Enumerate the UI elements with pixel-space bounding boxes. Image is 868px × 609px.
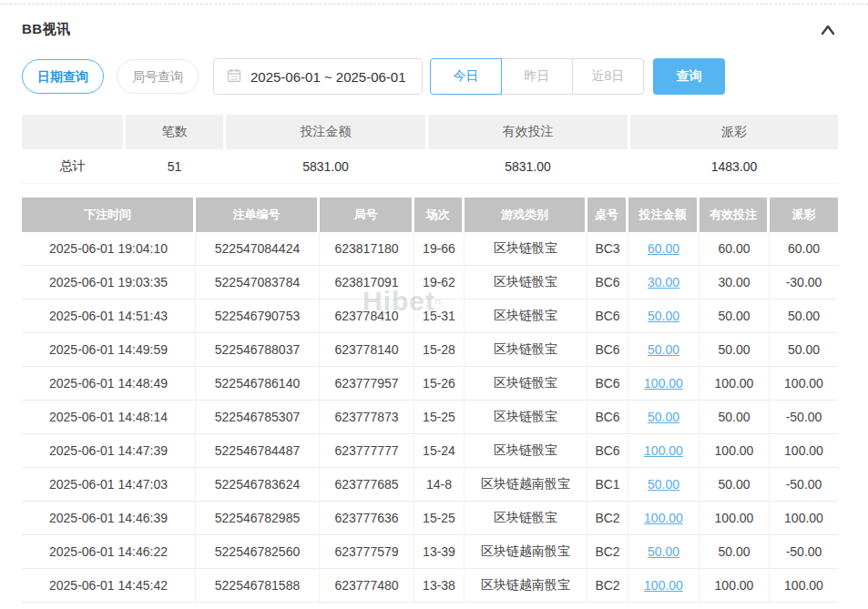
quick-range-yesterday[interactable]: 昨日 [501,58,573,95]
quick-range-today[interactable]: 今日 [430,58,502,95]
date-range-input[interactable]: 2025-06-01 ~ 2025-06-01 [213,58,423,95]
search-button[interactable]: 查询 [653,58,725,95]
round-number: 623777636 [320,502,414,535]
round-number: 623778140 [320,333,414,367]
summary-total-valid-bet: 5831.00 [428,149,630,184]
summary-col-count: 笔数 [126,115,226,149]
bet-time: 2025-06-01 14:46:39 [22,502,196,535]
order-number: 522546786140 [196,367,320,401]
valid-bet: 50.00 [700,299,770,333]
filter-bar: 日期查询 局号查询 2025-06-01 ~ 2025-06-01 今日 昨日 … [22,58,838,95]
summary-table: 笔数 投注金额 有效投注 派彩 总计 51 5831.00 5831.00 14… [22,115,838,184]
session: 15-24 [414,434,465,468]
bet-time: 2025-06-01 14:46:22 [22,535,196,569]
summary-col-valid-bet: 有效投注 [428,115,630,149]
table-number: BC6 [587,299,628,333]
summary-total-payout: 1483.00 [630,149,838,184]
round-number: 623777873 [320,401,414,434]
summary-col-payout: 派彩 [630,115,838,149]
bet-amount: 30.00 [628,266,700,299]
payout: 100.00 [770,367,838,401]
session: 19-66 [414,232,465,266]
bet-time: 2025-06-01 14:49:59 [22,333,196,367]
table-number: BC2 [587,535,628,569]
bet-time: 2025-06-01 19:04:10 [22,232,196,266]
round-number: 623777579 [320,535,414,569]
round-number: 623817180 [320,232,414,266]
quick-range-group: 今日 昨日 近8日 [430,58,644,95]
col-order-number: 注单编号 [196,198,320,232]
bet-amount: 50.00 [628,535,700,569]
round-number: 623777685 [320,468,414,502]
payout: 100.00 [770,569,838,603]
session: 15-31 [414,299,465,333]
table-number: BC1 [587,468,628,502]
bet-amount-link[interactable]: 30.00 [648,275,679,289]
table-row: 2025-06-01 14:49:59522546788037623778140… [22,333,838,367]
bet-amount-link[interactable]: 50.00 [648,477,679,492]
table-number: BC6 [587,367,628,401]
game-type: 区块链越南骰宝 [465,468,587,502]
round-query-tab[interactable]: 局号查询 [117,59,199,94]
col-session: 场次 [414,198,465,232]
bet-amount-link[interactable]: 50.00 [648,309,679,323]
col-table-number: 桌号 [587,198,628,232]
bet-amount-link[interactable]: 100.00 [644,376,683,391]
col-bet-amount: 投注金额 [628,198,700,232]
table-number: BC3 [587,232,628,266]
collapse-button[interactable] [818,22,838,36]
top-divider [0,4,868,5]
valid-bet: 100.00 [700,502,770,535]
table-number: BC6 [587,434,628,468]
table-row: 2025-06-01 14:51:43522546790753623778410… [22,299,838,333]
table-number: BC6 [587,333,628,367]
session: 15-25 [414,502,465,535]
valid-bet: 50.00 [700,535,770,569]
session: 15-28 [414,333,465,367]
valid-bet: 50.00 [700,468,770,502]
panel-header: BB视讯 [22,19,838,39]
col-valid-bet: 有效投注 [700,198,770,232]
table-row: 2025-06-01 14:45:42522546781588623777480… [22,569,838,603]
session: 13-38 [414,569,465,603]
order-number: 522546782560 [196,535,320,569]
table-row: 2025-06-01 14:46:39522546782985623777636… [22,502,838,535]
order-number: 522546782985 [196,502,320,535]
game-type: 区块链越南骰宝 [465,569,587,603]
bet-amount-link[interactable]: 100.00 [644,511,683,525]
chevron-up-icon [818,25,838,39]
bet-amount-link[interactable]: 50.00 [648,544,679,559]
bet-amount-link[interactable]: 50.00 [648,410,679,424]
table-row: 2025-06-01 19:04:10522547084424623817180… [22,232,838,266]
bet-amount: 50.00 [628,333,700,367]
round-number: 623817091 [320,266,414,299]
order-number: 522546781588 [196,569,320,603]
col-game-type: 游戏类别 [465,198,587,232]
bet-time: 2025-06-01 14:47:03 [22,468,196,502]
round-number: 623777957 [320,367,414,401]
payout: -50.00 [770,468,838,502]
date-query-tab[interactable]: 日期查询 [22,59,104,94]
bet-amount-link[interactable]: 100.00 [644,578,683,593]
col-payout: 派彩 [770,198,838,232]
order-number: 522546790753 [196,299,320,333]
bet-amount-link[interactable]: 50.00 [648,342,679,357]
bet-amount: 60.00 [628,232,700,266]
quick-range-last8days[interactable]: 近8日 [572,58,644,95]
date-range-value: 2025-06-01 ~ 2025-06-01 [250,69,406,85]
bet-time: 2025-06-01 14:45:42 [22,569,196,603]
payout: 50.00 [770,333,838,367]
bet-time: 2025-06-01 14:48:14 [22,401,196,434]
game-type: 区块链骰宝 [465,401,587,434]
order-number: 522547084424 [196,232,320,266]
bet-amount: 50.00 [628,299,700,333]
game-type: 区块链骰宝 [465,434,587,468]
valid-bet: 50.00 [700,333,770,367]
bet-amount-link[interactable]: 60.00 [648,241,679,256]
valid-bet: 100.00 [700,569,770,603]
bet-amount-link[interactable]: 100.00 [644,443,683,458]
bet-amount: 100.00 [628,502,700,535]
table-number: BC6 [587,266,628,299]
table-number: BC2 [587,502,628,535]
session: 14-8 [414,468,465,502]
